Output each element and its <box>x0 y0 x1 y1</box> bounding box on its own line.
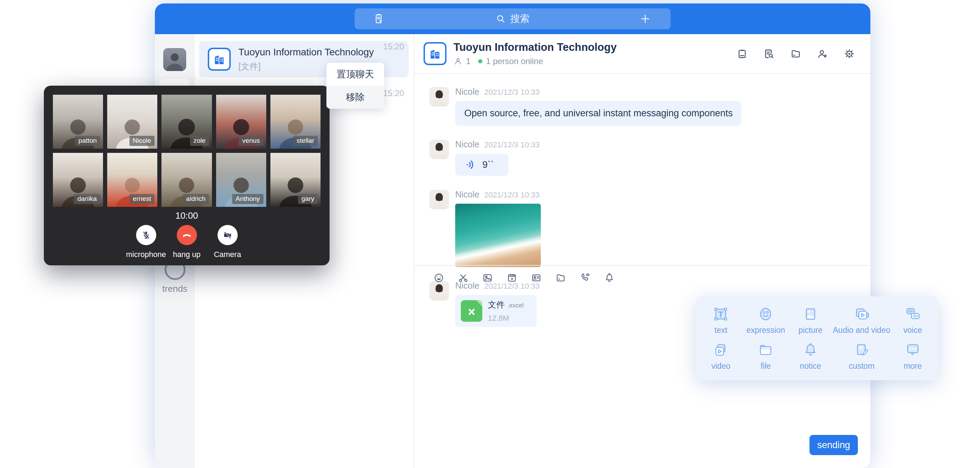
member-count: 1 <box>466 56 471 66</box>
voice-bubble[interactable]: 9`` <box>455 153 508 176</box>
gear-icon <box>843 48 855 59</box>
menu-item-pin-chat[interactable]: 置顶聊天 <box>326 63 384 86</box>
message-type-panel: text expression picture Audio and video <box>696 296 938 380</box>
call-record-button[interactable] <box>373 13 385 25</box>
building-icon <box>212 52 226 66</box>
camera-label: Camera <box>207 250 248 259</box>
participant-name: patton <box>75 136 100 146</box>
panel-item-expression[interactable]: expression <box>743 303 788 339</box>
microphone-button[interactable] <box>136 225 156 245</box>
panel-item-label: video <box>711 361 730 371</box>
group-settings-button[interactable] <box>843 48 855 59</box>
video-call-button[interactable] <box>579 272 590 283</box>
picture-icon <box>482 272 493 283</box>
expression-icon <box>757 306 774 323</box>
chat-title: Tuoyun Information Technology <box>453 41 617 54</box>
person-silhouette-icon <box>430 140 449 159</box>
search-bar[interactable]: 搜索 <box>496 12 530 26</box>
participant-tile: gary <box>270 153 321 207</box>
panel-item-more[interactable]: more <box>890 339 935 374</box>
search-icon <box>496 14 506 24</box>
text-tool-icon <box>713 306 729 323</box>
add-member-button[interactable] <box>817 48 828 59</box>
call-controls: microphone hang up Camera <box>44 225 329 259</box>
menu-item-remove[interactable]: 移除 <box>326 86 384 109</box>
person-silhouette-icon <box>163 48 186 71</box>
clipboard-call-icon <box>373 13 385 25</box>
mic-off-icon <box>141 230 151 240</box>
panel-item-label: more <box>904 361 921 371</box>
custom-icon <box>853 342 870 358</box>
message-image: Nicole 2021/12/3 10:33 <box>430 190 870 267</box>
sender-avatar[interactable] <box>430 190 449 209</box>
video-tool-icon <box>713 342 729 358</box>
folder-icon <box>790 48 802 59</box>
video-clapper-icon <box>506 272 517 283</box>
panel-item-audio-video[interactable]: Audio and video <box>833 303 890 339</box>
camera-off-icon <box>223 230 233 240</box>
send-button[interactable]: sending <box>810 435 858 455</box>
my-avatar[interactable] <box>163 48 186 71</box>
video-button[interactable] <box>506 272 517 283</box>
chat-area: Tuoyun Information Technology 1 1 person… <box>414 34 870 468</box>
panel-item-label: text <box>714 326 727 335</box>
image-message-beach[interactable] <box>455 204 541 267</box>
panel-item-text[interactable]: text <box>698 303 743 339</box>
search-label: 搜索 <box>510 12 530 26</box>
add-button[interactable] <box>639 13 651 25</box>
participant-tile: aldrich <box>161 153 212 207</box>
emoji-button[interactable] <box>433 272 444 283</box>
sender-avatar[interactable] <box>430 140 449 159</box>
group-notice-button[interactable] <box>737 48 748 59</box>
contact-card-button[interactable] <box>531 272 542 283</box>
notification-button[interactable] <box>604 272 615 283</box>
trends-label: trends <box>155 283 195 294</box>
voice-duration: 9`` <box>482 160 494 170</box>
text-bubble[interactable]: Open source, free, and universal instant… <box>455 101 741 126</box>
conversation-time: 15:20 <box>383 42 404 51</box>
bell-icon <box>604 272 615 283</box>
panel-item-custom[interactable]: custom <box>833 339 890 374</box>
microphone-control: microphone <box>126 225 166 259</box>
participant-name: gary <box>298 194 318 204</box>
microphone-label: microphone <box>126 250 166 259</box>
panel-item-voice[interactable]: voice <box>890 303 935 339</box>
hangup-control: hang up <box>166 225 207 259</box>
message-list: Nicole 2021/12/3 10:33 Open source, free… <box>414 74 870 265</box>
voice-wave-icon <box>465 159 476 170</box>
online-status: 1 person online <box>486 56 543 66</box>
conversation-title: Tuoyun Information Technology <box>239 47 374 58</box>
panel-item-label: voice <box>904 326 922 335</box>
member-icon <box>453 57 463 66</box>
hangup-label: hang up <box>166 250 207 259</box>
participant-tile: Anthony <box>216 153 266 207</box>
scissors-icon <box>458 272 469 283</box>
history-search-icon <box>763 48 775 59</box>
panel-item-video[interactable]: video <box>698 339 743 374</box>
panel-item-notice[interactable]: notice <box>788 339 833 374</box>
panel-item-picture[interactable]: picture <box>788 303 833 339</box>
more-icon <box>904 342 921 358</box>
participant-tile: zole <box>161 95 212 149</box>
participant-tile: patton <box>53 95 103 149</box>
message-voice: Nicole 2021/12/3 10:33 9`` <box>430 140 870 176</box>
screenshot-button[interactable] <box>458 272 469 283</box>
participant-name: venus <box>239 136 263 146</box>
participant-tile: venus <box>216 95 266 149</box>
hangup-button[interactable] <box>177 225 197 245</box>
group-avatar <box>208 48 231 71</box>
group-files-button[interactable] <box>790 48 802 59</box>
camera-button[interactable] <box>218 225 238 245</box>
panel-item-file[interactable]: file <box>743 339 788 374</box>
picture-tool-icon <box>802 306 819 323</box>
composer-toolbar <box>414 265 870 290</box>
participant-name: Nicole <box>129 136 155 146</box>
panel-item-label: file <box>760 361 770 371</box>
file-button[interactable] <box>555 272 566 283</box>
image-button[interactable] <box>482 272 493 283</box>
chat-history-search-button[interactable] <box>763 48 775 59</box>
titlebar: 搜索 <box>155 3 870 34</box>
sender-avatar[interactable] <box>430 87 449 107</box>
conversation-time: 15:20 <box>383 88 404 98</box>
sender-name: Nicole <box>455 140 479 149</box>
